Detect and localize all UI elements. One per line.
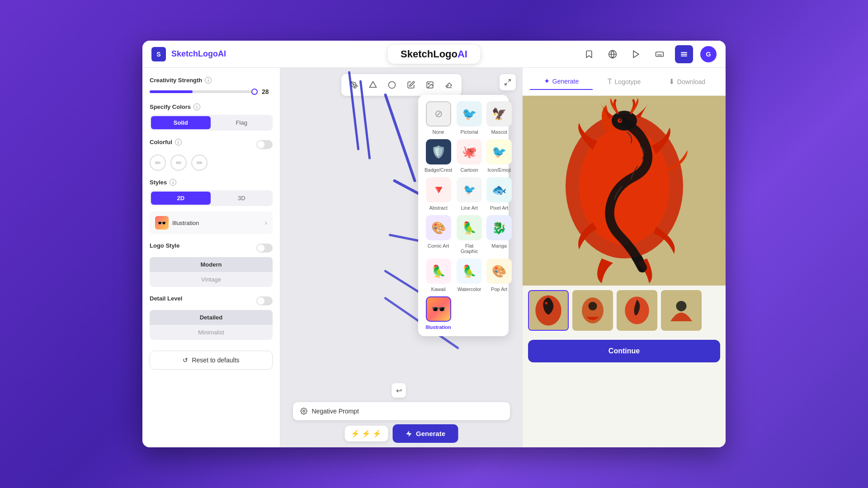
main-content: Creativity Strength i 28 Specify Colors … xyxy=(142,68,726,447)
continue-button[interactable]: Continue xyxy=(528,340,720,362)
styles-label: Styles i xyxy=(150,179,273,186)
style-3d-button[interactable]: 3D xyxy=(212,192,272,205)
top-bar-left: S SketchLogoAI xyxy=(151,47,226,61)
style-pixel-art-thumb: 🐟 xyxy=(486,177,512,202)
app-title-text: SketchLogoAI xyxy=(171,49,226,59)
detail-level-section: Detail Level Detailed Minimalist xyxy=(150,295,273,340)
style-icon-emoji[interactable]: 🐦 Icon/Emoji xyxy=(486,139,512,173)
style-kawaii[interactable]: 🦜 Kawaii xyxy=(425,258,452,292)
lightning-icon-1[interactable]: ⚡ xyxy=(351,429,360,438)
style-badge-crest[interactable]: 🛡️ Badge/Crest xyxy=(425,139,452,173)
style-watercolor-thumb: 🦜 xyxy=(457,258,482,284)
reset-button[interactable]: ↺ Reset to defaults xyxy=(150,351,273,370)
creativity-info-icon[interactable]: i xyxy=(205,77,212,84)
solid-flag-toggle: Solid Flag xyxy=(150,115,273,131)
thumbnail-2[interactable] xyxy=(572,290,613,331)
style-pop-art-label: Pop Art xyxy=(491,286,507,292)
svg-point-28 xyxy=(545,302,547,305)
style-abstract[interactable]: 🔻 Abstract xyxy=(425,177,452,211)
color-swatch-3[interactable]: ✏ xyxy=(191,155,208,171)
colors-info-icon[interactable]: i xyxy=(193,103,200,110)
reset-icon: ↺ xyxy=(183,357,188,364)
colorful-info-icon[interactable]: i xyxy=(175,139,182,145)
negative-prompt-bar[interactable]: Negative Prompt xyxy=(293,402,510,420)
tab-download[interactable]: ⬇ Download xyxy=(656,74,718,89)
style-pictorial[interactable]: 🐦 Pictorial xyxy=(457,101,482,135)
tab-logotype[interactable]: T Logotype xyxy=(593,74,656,89)
svg-marker-2 xyxy=(633,51,639,57)
top-bar-right: G xyxy=(581,45,717,63)
style-abstract-label: Abstract xyxy=(429,205,447,211)
thumbnail-1[interactable] xyxy=(528,290,569,331)
svg-rect-3 xyxy=(656,52,664,56)
style-flat-graphic-label: Flat Graphic xyxy=(457,243,482,254)
menu-button[interactable] xyxy=(675,45,693,63)
globe-icon[interactable] xyxy=(604,46,621,62)
specify-colors-section: Specify Colors i Solid Flag xyxy=(150,103,273,131)
style-pixel-art[interactable]: 🐟 Pixel Art xyxy=(486,177,512,211)
style-comic-art[interactable]: 🎨 Comic Art xyxy=(425,215,452,254)
logo-style-header: Logo Style xyxy=(150,242,273,253)
style-none[interactable]: ⊘ None xyxy=(425,101,452,135)
detailed-button[interactable]: Detailed xyxy=(150,310,273,325)
tab-generate[interactable]: ✦ Generate xyxy=(530,73,593,90)
left-panel: Creativity Strength i 28 Specify Colors … xyxy=(142,68,280,447)
colorful-toggle[interactable] xyxy=(256,140,273,149)
flag-button[interactable]: Flag xyxy=(212,116,272,129)
keyboard-icon[interactable] xyxy=(651,46,668,62)
style-flat-graphic[interactable]: 🦜 Flat Graphic xyxy=(457,215,482,254)
negative-prompt-text: Negative Prompt xyxy=(312,408,359,415)
lightning-icon-2[interactable]: ⚡ xyxy=(362,429,371,438)
illustration-thumb: 🕶️ xyxy=(155,216,169,230)
style-abstract-thumb: 🔻 xyxy=(426,177,451,202)
style-manga[interactable]: 🐉 Manga xyxy=(486,215,512,254)
avatar-button[interactable]: G xyxy=(700,46,717,62)
style-illustration[interactable]: 🕶️ Illustration xyxy=(425,296,452,330)
thumbnail-3[interactable] xyxy=(617,290,657,331)
style-kawaii-thumb: 🦜 xyxy=(426,258,451,284)
style-mascot-label: Mascot xyxy=(491,129,507,135)
generate-button[interactable]: Generate xyxy=(392,424,458,443)
style-manga-label: Manga xyxy=(491,243,507,249)
style-comic-art-thumb: 🎨 xyxy=(426,215,451,240)
creativity-value: 28 xyxy=(262,88,273,95)
style-pop-art[interactable]: 🎨 Pop Art xyxy=(486,258,512,292)
thumbnail-4[interactable] xyxy=(661,290,702,331)
thumbnails-row xyxy=(523,286,726,335)
modern-style-button[interactable]: Modern xyxy=(150,257,273,272)
style-pop-art-thumb: 🎨 xyxy=(486,258,512,284)
undo-button[interactable]: ↩ xyxy=(392,383,406,398)
style-kawaii-label: Kawaii xyxy=(431,286,445,292)
style-mascot-thumb: 🦅 xyxy=(486,101,512,127)
minimalist-button[interactable]: Minimalist xyxy=(150,325,273,340)
creativity-slider[interactable] xyxy=(150,90,257,93)
styles-section: Styles i 2D 3D 🕶️ Illustration › xyxy=(150,179,273,234)
style-line-art[interactable]: 🐦 Line Art xyxy=(457,177,482,211)
style-none-thumb: ⊘ xyxy=(426,101,451,127)
svg-point-35 xyxy=(676,301,687,311)
style-icon-thumb: 🐦 xyxy=(486,139,512,164)
app-container: S SketchLogoAI SketchLogoAI xyxy=(142,41,726,447)
style-mascot[interactable]: 🦅 Mascot xyxy=(486,101,512,135)
style-cartoon[interactable]: 🐙 Cartoon xyxy=(457,139,482,173)
style-pictorial-label: Pictorial xyxy=(461,129,478,135)
style-pictorial-thumb: 🐦 xyxy=(457,101,482,127)
solid-button[interactable]: Solid xyxy=(151,116,211,129)
style-2d-button[interactable]: 2D xyxy=(151,192,211,205)
style-badge-label: Badge/Crest xyxy=(425,167,452,173)
svg-point-23 xyxy=(612,111,637,131)
detail-level-toggle[interactable] xyxy=(256,296,273,305)
illustration-row[interactable]: 🕶️ Illustration › xyxy=(150,211,273,234)
color-swatch-2[interactable]: ✏ xyxy=(170,155,187,171)
style-illustration-thumb: 🕶️ xyxy=(426,296,451,322)
play-icon[interactable] xyxy=(628,46,644,62)
lightning-icon-3[interactable]: ⚡ xyxy=(373,429,382,438)
colorful-section: Colorful i ✏ ✏ ✏ xyxy=(150,139,273,171)
generate-icon xyxy=(405,430,412,437)
color-swatch-1[interactable]: ✏ xyxy=(150,155,166,171)
styles-info-icon[interactable]: i xyxy=(170,179,176,186)
vintage-style-button[interactable]: Vintage xyxy=(150,272,273,287)
style-watercolor[interactable]: 🦜 Watercolor xyxy=(457,258,482,292)
logo-style-toggle[interactable] xyxy=(256,244,273,253)
bookmark-icon[interactable] xyxy=(581,46,597,62)
